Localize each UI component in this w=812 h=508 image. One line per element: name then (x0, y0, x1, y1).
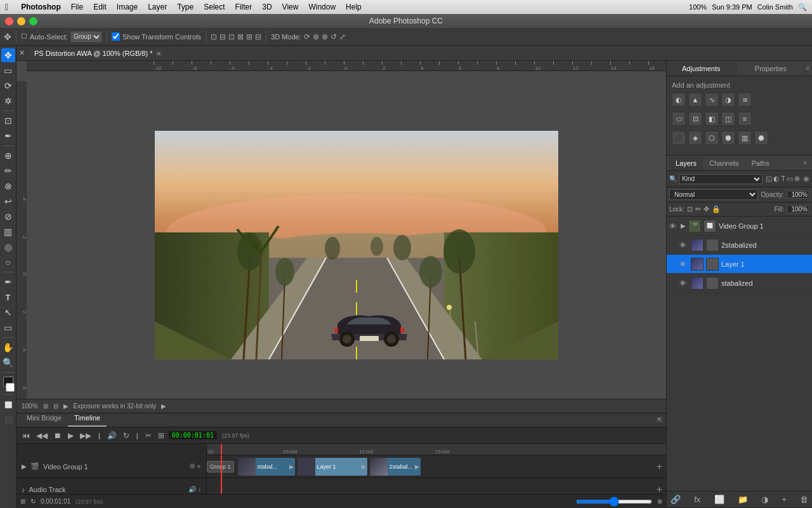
zoom-in-icon[interactable]: ⊞ (43, 403, 48, 410)
audio-mute-button[interactable]: 🔊 (105, 430, 119, 441)
link-layers-button[interactable]: 🔗 (669, 493, 682, 505)
eraser-tool[interactable]: ⊘ (1, 210, 15, 224)
hand-tool[interactable]: ✋ (1, 340, 15, 354)
audio-track-label[interactable]: ♪ Audio Track 🔊 ♪ (16, 478, 206, 494)
rewind-button[interactable]: ◀◀ (34, 430, 49, 441)
stop-button[interactable]: ⏹ (52, 430, 63, 441)
brush-tool[interactable]: ✏ (1, 164, 15, 178)
filter-pixel-icon[interactable]: ◱ (766, 175, 772, 183)
menu-help[interactable]: Help (346, 3, 362, 11)
align-center-h-icon[interactable]: ⊞ (246, 32, 252, 41)
new-layer-button[interactable]: + (780, 493, 788, 505)
play-alt-icon[interactable]: ▶ (161, 403, 166, 410)
fill-input[interactable] (787, 205, 809, 213)
eyedropper-tool[interactable]: ✒ (1, 129, 15, 143)
shape-tool[interactable]: ▭ (1, 321, 15, 335)
lock-all-icon[interactable]: 🔒 (712, 205, 721, 213)
menu-type[interactable]: Type (177, 3, 193, 11)
3d-pan-icon[interactable]: ⊕ (313, 32, 319, 41)
curves-btn[interactable]: ∿ (705, 93, 719, 107)
stabalized-clip[interactable]: stabal... ▶ (238, 458, 295, 476)
history-brush-tool[interactable]: ↩ (1, 194, 15, 208)
timeline-expand-icon[interactable]: ⇱ (657, 417, 662, 424)
transition-button[interactable]: ⊞ (156, 430, 166, 441)
threshold-btn[interactable]: ⬢ (721, 131, 735, 145)
blur-tool[interactable]: ◎ (1, 240, 15, 254)
paths-tab[interactable]: Paths (745, 156, 776, 170)
properties-tab[interactable]: Properties (737, 62, 806, 76)
layer-item-2stabalized[interactable]: 👁 2stabalized (667, 236, 812, 255)
canvas-content[interactable] (37, 81, 666, 399)
add-audio-button[interactable]: + (653, 481, 666, 495)
marquee-tool[interactable]: ▭ (1, 64, 15, 77)
close-panel-icon[interactable]: ✕ (19, 49, 25, 57)
pen-tool[interactable]: ✒ (1, 275, 15, 289)
zoom-out-icon[interactable]: ⊟ (53, 403, 58, 410)
menu-select[interactable]: Select (204, 3, 225, 11)
screen-mode-tool[interactable]: ⬛ (1, 413, 15, 427)
layer-item-video-group[interactable]: 👁 ▶ 🎬 ⬜ Video Group 1 (667, 217, 812, 236)
show-transform-checkbox[interactable] (112, 32, 120, 41)
create-adj-layer-button[interactable]: ◑ (760, 493, 769, 505)
lock-paint-icon[interactable]: ✏ (695, 205, 701, 213)
layer1-clip[interactable]: Layer 1 ▶ (298, 458, 367, 476)
selective-color-btn[interactable]: ⬣ (754, 131, 768, 145)
quick-mask-tool[interactable]: ⬜ (1, 398, 15, 411)
path-selection-tool[interactable]: ↖ (1, 305, 15, 319)
delete-layer-button[interactable]: 🗑 (799, 493, 809, 505)
lock-pixels-icon[interactable]: ⊡ (687, 205, 693, 213)
fast-forward-button[interactable]: ▶▶ (78, 430, 93, 441)
opacity-input[interactable] (787, 190, 809, 199)
split-at-playhead-button[interactable]: ✂ (143, 430, 154, 441)
video-group-expand-icon[interactable]: ▶ (22, 463, 27, 470)
video-group-track-label[interactable]: ▶ 🎬 Video Group 1 ⊞ + (16, 455, 206, 478)
layer-item-stabalized[interactable]: 👁 stabalized (667, 274, 812, 293)
menu-window[interactable]: Window (308, 3, 336, 11)
timeline-mode-icon[interactable]: ⊞ (20, 498, 25, 505)
timeline-tab[interactable]: Timeline (68, 414, 107, 427)
align-left-icon[interactable]: ⊡ (211, 32, 217, 41)
filter-shape-icon[interactable]: ▭ (787, 175, 793, 183)
hue-sat-btn[interactable]: ⬭ (672, 112, 686, 126)
auto-select-dropdown[interactable]: Group Layer (70, 31, 102, 43)
levels-btn[interactable]: ▲ (688, 93, 702, 107)
timeline-zoom-in-icon[interactable]: ⊕ (657, 498, 662, 505)
channels-tab[interactable]: Channels (703, 156, 745, 170)
apple-menu[interactable]:  (5, 2, 8, 12)
add-track-button[interactable]: + (653, 458, 666, 475)
color-balance-btn[interactable]: ⊡ (688, 112, 702, 126)
magic-wand-tool[interactable]: ✲ (1, 94, 15, 108)
zoom-slider-input[interactable] (576, 500, 652, 504)
align-top-icon[interactable]: ⊠ (237, 32, 244, 41)
go-to-start-button[interactable]: ⏮ (20, 430, 32, 441)
menu-view[interactable]: View (282, 3, 299, 11)
move-tool[interactable]: ✥ (1, 48, 15, 62)
blend-mode-dropdown[interactable]: Normal (669, 189, 758, 200)
create-group-button[interactable]: 📁 (737, 493, 749, 505)
align-center-v-icon[interactable]: ⊟ (219, 32, 226, 41)
add-mask-button[interactable]: ⬜ (713, 493, 726, 505)
lasso-tool[interactable]: ⟳ (1, 79, 15, 93)
text-tool[interactable]: T (1, 290, 15, 304)
filter-toggle[interactable]: ◉ (803, 175, 809, 183)
menu-filter[interactable]: Filter (235, 3, 252, 11)
3d-rotate-icon[interactable]: ↺ (331, 32, 337, 41)
minimize-button[interactable] (17, 17, 25, 25)
adj-panel-menu-icon[interactable]: ≡ (806, 65, 812, 72)
3d-orbit-icon[interactable]: ⟳ (304, 32, 310, 41)
mini-bridge-tab[interactable]: Mini Bridge (20, 414, 68, 427)
filter-smart-icon[interactable]: ⊕ (794, 175, 800, 183)
align-right-icon[interactable]: ⊡ (228, 32, 235, 41)
maximize-button[interactable] (29, 17, 37, 25)
invert-btn[interactable]: ◈ (688, 131, 702, 145)
eye-icon-2stabalized[interactable]: 👁 (679, 241, 688, 249)
audio-mute-icon[interactable]: 🔊 (188, 486, 196, 493)
channel-mixer-btn[interactable]: ≡ (738, 112, 752, 126)
document-tab-active[interactable]: PS Distortion AWA @ 100% (RGB/8) * ✕ (27, 46, 168, 60)
menu-3d[interactable]: 3D (262, 3, 272, 11)
layers-panel-menu-icon[interactable]: ≡ (803, 159, 809, 166)
doc-close-icon[interactable]: ✕ (156, 50, 161, 57)
bw-btn[interactable]: ◧ (705, 112, 719, 126)
add-layer-style-button[interactable]: fx (693, 493, 702, 505)
3d-slide-icon[interactable]: ⊗ (322, 32, 328, 41)
